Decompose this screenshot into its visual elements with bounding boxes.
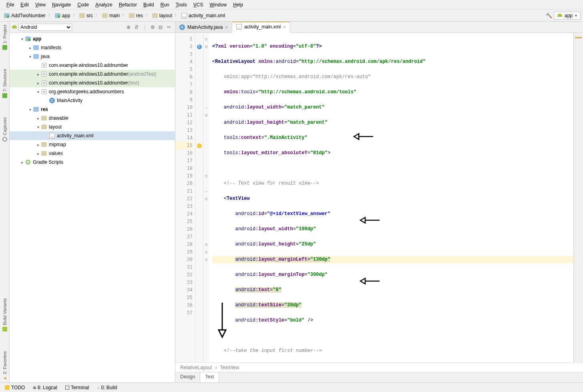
project-view-selector[interactable]: Android (18, 24, 72, 31)
breadcrumb-node[interactable]: RelativeLayout (180, 365, 212, 370)
menu-help[interactable]: Help (230, 1, 246, 8)
lightbulb-icon[interactable] (197, 143, 202, 148)
tool-tab-buildvariants[interactable]: Build Variants (2, 297, 8, 333)
tree-node-org-geeksforgeeks-addtwonumbers[interactable]: ▾org.geeksforgeeks.addtwonumbers (10, 87, 175, 96)
menu-code[interactable]: Code (74, 1, 92, 8)
status-item-terminal[interactable]: Terminal (65, 385, 89, 390)
build-icon[interactable] (546, 12, 552, 18)
tree-node-mainactivity[interactable]: CMainActivity (10, 96, 175, 105)
expand-arrow-icon[interactable]: ▸ (35, 72, 41, 76)
tool-tab-favorites[interactable]: ★ 2: Favorites (1, 350, 8, 382)
more-icon[interactable]: ⮀ (165, 23, 173, 31)
fold-handle (203, 134, 209, 142)
fold-handle[interactable]: ⊟ (203, 241, 209, 248)
tree-node-com-example-windows10-addnumber[interactable]: com.example.windows10.addnumber (10, 61, 175, 70)
expand-arrow-icon[interactable]: ▾ (35, 90, 41, 94)
breadcrumb-node[interactable]: TextView (220, 365, 239, 370)
fold-handle (203, 286, 209, 294)
fold-handle[interactable]: ⊟ (203, 256, 209, 263)
crumb-activity_main.xml[interactable]: activity_main.xml (180, 12, 227, 19)
crumb-app[interactable]: app (53, 12, 72, 19)
tree-node-com-example-windows10-addnumber[interactable]: ▸com.example.windows10.addnumber (androi… (10, 70, 175, 78)
close-icon[interactable]: × (283, 24, 285, 29)
editor-tab-activity_main.xml[interactable]: activity_main.xml× (232, 22, 290, 33)
mode-tab-design[interactable]: Design (175, 372, 200, 382)
menu-view[interactable]: View (32, 1, 49, 8)
expand-arrow-icon[interactable]: ▸ (35, 151, 41, 156)
tree-node-com-example-windows10-addnumber[interactable]: ▸com.example.windows10.addnumber (test) (10, 78, 175, 87)
crumb-main[interactable]: main (101, 12, 121, 19)
expand-arrow-icon[interactable]: ▸ (35, 81, 41, 85)
fold-handle[interactable]: ⊟ (203, 111, 209, 119)
package-icon (42, 72, 46, 76)
status-item-todo[interactable]: TODO (5, 385, 25, 390)
menu-build[interactable]: Build (140, 1, 157, 8)
tree-node-values[interactable]: ▸values (10, 149, 175, 158)
tree-node-activity-main-xml[interactable]: activity_main.xml (10, 131, 175, 140)
tree-node-res[interactable]: ▾res (10, 105, 175, 114)
collapse-icon[interactable]: ⇵ (133, 23, 141, 31)
menu-edit[interactable]: Edit (17, 1, 32, 8)
tree-node-app[interactable]: ▾app (10, 34, 175, 43)
chevron-right-icon: 〉 (145, 12, 150, 18)
menu-navigate[interactable]: Navigate (49, 1, 74, 8)
fold-handle[interactable]: ⊟ (203, 43, 209, 50)
menu-run[interactable]: Run (157, 1, 173, 8)
status-item-build[interactable]: ↓0: Build (97, 385, 117, 390)
tree-node-gradle-scripts[interactable]: ▸Gradle Scripts (10, 158, 175, 167)
tool-tab-captures[interactable]: Captures (2, 116, 8, 143)
expand-arrow-icon[interactable]: ▾ (35, 125, 41, 129)
close-icon[interactable]: × (225, 25, 227, 30)
menu-refactor[interactable]: Refactor (116, 1, 140, 8)
folder-icon (79, 13, 85, 18)
fold-handle[interactable]: ⊟ (203, 172, 209, 180)
status-item-logcat[interactable]: ≡6: Logcat (33, 385, 57, 390)
project-tree[interactable]: ▾app▸manifests▾javacom.example.windows10… (10, 33, 175, 382)
arrow-annotation-3 (356, 262, 385, 300)
element-breadcrumb[interactable]: RelativeLayout › TextView (175, 362, 583, 372)
expand-arrow-icon[interactable]: ▾ (27, 107, 33, 112)
editor-panel: CMainActivity.java×activity_main.xml× 12… (175, 22, 583, 382)
fold-handle[interactable]: ⊟ (203, 248, 209, 256)
expand-arrow-icon[interactable]: ▸ (19, 160, 25, 165)
menu-vcs[interactable]: VCS (190, 1, 207, 8)
menu-analyze[interactable]: Analyze (92, 1, 116, 8)
fold-handle (203, 58, 209, 66)
scroll-from-source-icon[interactable]: ⊕ (125, 23, 133, 31)
folder-icon (41, 125, 47, 129)
crumb-layout[interactable]: layout (151, 12, 174, 19)
menu-window[interactable]: Window (206, 1, 230, 8)
tool-tab-structure[interactable]: 7: Structure (2, 67, 8, 100)
fold-handle[interactable]: ⊟ (203, 35, 209, 43)
tool-tab-project[interactable]: 1: Project (2, 23, 8, 51)
fold-handle (203, 157, 209, 165)
gear-icon[interactable]: ⚙ (149, 23, 157, 31)
mode-tab-text[interactable]: Text (200, 372, 219, 382)
line-number-gutter[interactable]: 1234567891011121314151617181920212223242… (175, 33, 195, 362)
fold-handle[interactable]: ⊟ (203, 195, 209, 203)
editor-tab-MainActivity.java[interactable]: CMainActivity.java× (175, 22, 232, 32)
hide-icon[interactable]: ⊟ (157, 23, 165, 31)
menu-tools[interactable]: Tools (173, 1, 190, 8)
fold-handle[interactable]: — (203, 104, 209, 111)
fold-column[interactable]: ⊟⊟—⊟⊟—⊟⊟⊟⊟ (203, 33, 209, 362)
chevron-right-icon: 〉 (72, 12, 77, 18)
expand-arrow-icon[interactable]: ▾ (19, 37, 25, 41)
expand-arrow-icon[interactable]: ▸ (35, 116, 41, 121)
tree-node-manifests[interactable]: ▸manifests (10, 43, 175, 52)
fold-handle[interactable]: — (203, 187, 209, 195)
class-marker-icon[interactable]: C (197, 44, 202, 49)
tree-node-mipmap[interactable]: ▸mipmap (10, 140, 175, 149)
run-configuration-selector[interactable]: app ▾ (554, 12, 581, 20)
crumb-AddTwoNumber[interactable]: AddTwoNumber (2, 12, 47, 19)
menu-file[interactable]: File (3, 1, 17, 8)
crumb-src[interactable]: src (78, 12, 94, 19)
code-editor[interactable]: <?xml version="1.0" encoding="utf-8"?> <… (209, 33, 573, 362)
expand-arrow-icon[interactable]: ▾ (27, 54, 33, 59)
tree-node-layout[interactable]: ▾layout (10, 123, 175, 131)
expand-arrow-icon[interactable]: ▸ (35, 143, 41, 147)
expand-arrow-icon[interactable]: ▸ (27, 46, 33, 50)
tree-node-drawable[interactable]: ▸drawable (10, 114, 175, 123)
tree-node-java[interactable]: ▾java (10, 52, 175, 61)
crumb-res[interactable]: res (127, 12, 145, 19)
